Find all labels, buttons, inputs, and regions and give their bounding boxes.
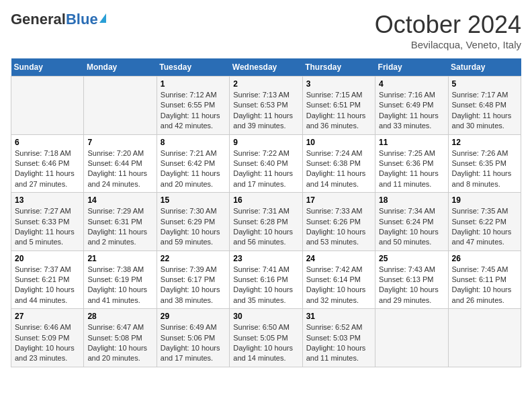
page-header: General Blue October 2024 Bevilacqua, Ve… bbox=[11, 11, 521, 50]
calendar-cell: 23Sunrise: 7:41 AM Sunset: 6:16 PM Dayli… bbox=[230, 250, 302, 309]
day-number: 15 bbox=[161, 195, 226, 205]
day-number: 20 bbox=[15, 254, 80, 263]
week-row-1: 1Sunrise: 7:12 AM Sunset: 6:55 PM Daylig… bbox=[11, 77, 521, 135]
day-info: Sunrise: 6:47 AM Sunset: 5:08 PM Dayligh… bbox=[87, 322, 152, 364]
day-header-sunday: Sunday bbox=[11, 58, 84, 77]
day-info: Sunrise: 6:46 AM Sunset: 5:09 PM Dayligh… bbox=[15, 322, 80, 364]
day-number: 14 bbox=[87, 195, 152, 205]
calendar-cell: 10Sunrise: 7:24 AM Sunset: 6:38 PM Dayli… bbox=[302, 134, 375, 193]
logo-general: General bbox=[11, 11, 66, 28]
day-info: Sunrise: 7:29 AM Sunset: 6:31 PM Dayligh… bbox=[87, 206, 152, 248]
day-number: 28 bbox=[87, 312, 152, 321]
day-number: 10 bbox=[306, 138, 371, 147]
calendar-cell: 8Sunrise: 7:21 AM Sunset: 6:42 PM Daylig… bbox=[157, 134, 229, 193]
calendar-cell: 31Sunrise: 6:52 AM Sunset: 5:03 PM Dayli… bbox=[302, 309, 375, 367]
day-number: 25 bbox=[379, 254, 444, 263]
calendar-cell: 17Sunrise: 7:33 AM Sunset: 6:26 PM Dayli… bbox=[302, 193, 375, 251]
day-number: 5 bbox=[452, 79, 517, 89]
day-info: Sunrise: 7:41 AM Sunset: 6:16 PM Dayligh… bbox=[233, 265, 298, 306]
calendar-header: SundayMondayTuesdayWednesdayThursdayFrid… bbox=[11, 58, 521, 77]
day-info: Sunrise: 7:31 AM Sunset: 6:28 PM Dayligh… bbox=[233, 206, 298, 248]
day-info: Sunrise: 7:33 AM Sunset: 6:26 PM Dayligh… bbox=[306, 206, 371, 248]
day-number: 24 bbox=[306, 254, 371, 263]
location: Bevilacqua, Veneto, Italy bbox=[375, 39, 521, 50]
calendar-cell: 24Sunrise: 7:42 AM Sunset: 6:14 PM Dayli… bbox=[302, 250, 375, 309]
week-row-5: 27Sunrise: 6:46 AM Sunset: 5:09 PM Dayli… bbox=[11, 309, 521, 367]
day-info: Sunrise: 6:52 AM Sunset: 5:03 PM Dayligh… bbox=[306, 322, 371, 364]
calendar-cell bbox=[448, 309, 521, 367]
day-info: Sunrise: 7:18 AM Sunset: 6:46 PM Dayligh… bbox=[15, 148, 80, 190]
day-info: Sunrise: 7:25 AM Sunset: 6:36 PM Dayligh… bbox=[379, 148, 444, 190]
day-info: Sunrise: 7:26 AM Sunset: 6:35 PM Dayligh… bbox=[452, 148, 517, 190]
day-info: Sunrise: 7:35 AM Sunset: 6:22 PM Dayligh… bbox=[452, 206, 517, 248]
day-info: Sunrise: 6:50 AM Sunset: 5:05 PM Dayligh… bbox=[233, 322, 298, 364]
day-number: 7 bbox=[87, 138, 152, 147]
day-number: 18 bbox=[379, 195, 444, 205]
day-header-wednesday: Wednesday bbox=[230, 58, 302, 77]
day-number: 27 bbox=[15, 312, 80, 321]
day-number: 21 bbox=[87, 254, 152, 263]
day-info: Sunrise: 6:49 AM Sunset: 5:06 PM Dayligh… bbox=[161, 322, 226, 364]
calendar-body: 1Sunrise: 7:12 AM Sunset: 6:55 PM Daylig… bbox=[11, 77, 521, 367]
calendar-cell: 9Sunrise: 7:22 AM Sunset: 6:40 PM Daylig… bbox=[230, 134, 302, 193]
day-number: 3 bbox=[306, 79, 371, 89]
logo-blue: Blue bbox=[66, 11, 98, 28]
day-info: Sunrise: 7:45 AM Sunset: 6:11 PM Dayligh… bbox=[452, 265, 517, 306]
calendar-cell: 27Sunrise: 6:46 AM Sunset: 5:09 PM Dayli… bbox=[11, 309, 84, 367]
calendar-cell: 13Sunrise: 7:27 AM Sunset: 6:33 PM Dayli… bbox=[11, 193, 84, 251]
day-info: Sunrise: 7:13 AM Sunset: 6:53 PM Dayligh… bbox=[233, 90, 298, 132]
calendar-cell: 18Sunrise: 7:34 AM Sunset: 6:24 PM Dayli… bbox=[375, 193, 448, 251]
calendar-cell: 11Sunrise: 7:25 AM Sunset: 6:36 PM Dayli… bbox=[375, 134, 448, 193]
week-row-3: 13Sunrise: 7:27 AM Sunset: 6:33 PM Dayli… bbox=[11, 193, 521, 251]
day-info: Sunrise: 7:27 AM Sunset: 6:33 PM Dayligh… bbox=[15, 206, 80, 248]
calendar-cell: 26Sunrise: 7:45 AM Sunset: 6:11 PM Dayli… bbox=[448, 250, 521, 309]
day-number: 31 bbox=[306, 312, 371, 321]
day-number: 19 bbox=[452, 195, 517, 205]
calendar-cell: 19Sunrise: 7:35 AM Sunset: 6:22 PM Dayli… bbox=[448, 193, 521, 251]
day-info: Sunrise: 7:30 AM Sunset: 6:29 PM Dayligh… bbox=[161, 206, 226, 248]
day-header-friday: Friday bbox=[375, 58, 448, 77]
day-number: 11 bbox=[379, 138, 444, 147]
day-header-monday: Monday bbox=[84, 58, 157, 77]
day-number: 29 bbox=[161, 312, 226, 321]
header-row: SundayMondayTuesdayWednesdayThursdayFrid… bbox=[11, 58, 521, 77]
day-info: Sunrise: 7:12 AM Sunset: 6:55 PM Dayligh… bbox=[161, 90, 226, 132]
calendar-cell: 20Sunrise: 7:37 AM Sunset: 6:21 PM Dayli… bbox=[11, 250, 84, 309]
calendar-cell: 7Sunrise: 7:20 AM Sunset: 6:44 PM Daylig… bbox=[84, 134, 157, 193]
day-number: 16 bbox=[233, 195, 298, 205]
day-info: Sunrise: 7:37 AM Sunset: 6:21 PM Dayligh… bbox=[15, 265, 80, 306]
calendar-cell: 12Sunrise: 7:26 AM Sunset: 6:35 PM Dayli… bbox=[448, 134, 521, 193]
calendar-cell: 29Sunrise: 6:49 AM Sunset: 5:06 PM Dayli… bbox=[157, 309, 229, 367]
day-info: Sunrise: 7:42 AM Sunset: 6:14 PM Dayligh… bbox=[306, 265, 371, 306]
calendar-cell: 4Sunrise: 7:16 AM Sunset: 6:49 PM Daylig… bbox=[375, 77, 448, 135]
day-info: Sunrise: 7:15 AM Sunset: 6:51 PM Dayligh… bbox=[306, 90, 371, 132]
calendar-cell: 2Sunrise: 7:13 AM Sunset: 6:53 PM Daylig… bbox=[230, 77, 302, 135]
calendar-cell: 5Sunrise: 7:17 AM Sunset: 6:48 PM Daylig… bbox=[448, 77, 521, 135]
calendar-cell: 22Sunrise: 7:39 AM Sunset: 6:17 PM Dayli… bbox=[157, 250, 229, 309]
day-info: Sunrise: 7:22 AM Sunset: 6:40 PM Dayligh… bbox=[233, 148, 298, 190]
day-number: 2 bbox=[233, 79, 298, 89]
calendar-cell: 25Sunrise: 7:43 AM Sunset: 6:13 PM Dayli… bbox=[375, 250, 448, 309]
day-info: Sunrise: 7:43 AM Sunset: 6:13 PM Dayligh… bbox=[379, 265, 444, 306]
day-number: 9 bbox=[233, 138, 298, 147]
day-number: 26 bbox=[452, 254, 517, 263]
day-number: 1 bbox=[161, 79, 226, 89]
week-row-2: 6Sunrise: 7:18 AM Sunset: 6:46 PM Daylig… bbox=[11, 134, 521, 193]
day-info: Sunrise: 7:20 AM Sunset: 6:44 PM Dayligh… bbox=[87, 148, 152, 190]
day-number: 4 bbox=[379, 79, 444, 89]
day-info: Sunrise: 7:17 AM Sunset: 6:48 PM Dayligh… bbox=[452, 90, 517, 132]
calendar-cell: 6Sunrise: 7:18 AM Sunset: 6:46 PM Daylig… bbox=[11, 134, 84, 193]
day-info: Sunrise: 7:16 AM Sunset: 6:49 PM Dayligh… bbox=[379, 90, 444, 132]
day-number: 17 bbox=[306, 195, 371, 205]
day-header-saturday: Saturday bbox=[448, 58, 521, 77]
day-header-thursday: Thursday bbox=[302, 58, 375, 77]
day-number: 13 bbox=[15, 195, 80, 205]
day-number: 12 bbox=[452, 138, 517, 147]
day-info: Sunrise: 7:38 AM Sunset: 6:19 PM Dayligh… bbox=[87, 265, 152, 306]
day-number: 30 bbox=[233, 312, 298, 321]
logo-bird-icon bbox=[99, 13, 106, 23]
calendar-cell: 28Sunrise: 6:47 AM Sunset: 5:08 PM Dayli… bbox=[84, 309, 157, 367]
day-info: Sunrise: 7:21 AM Sunset: 6:42 PM Dayligh… bbox=[161, 148, 226, 190]
calendar-cell: 3Sunrise: 7:15 AM Sunset: 6:51 PM Daylig… bbox=[302, 77, 375, 135]
day-header-tuesday: Tuesday bbox=[157, 58, 229, 77]
